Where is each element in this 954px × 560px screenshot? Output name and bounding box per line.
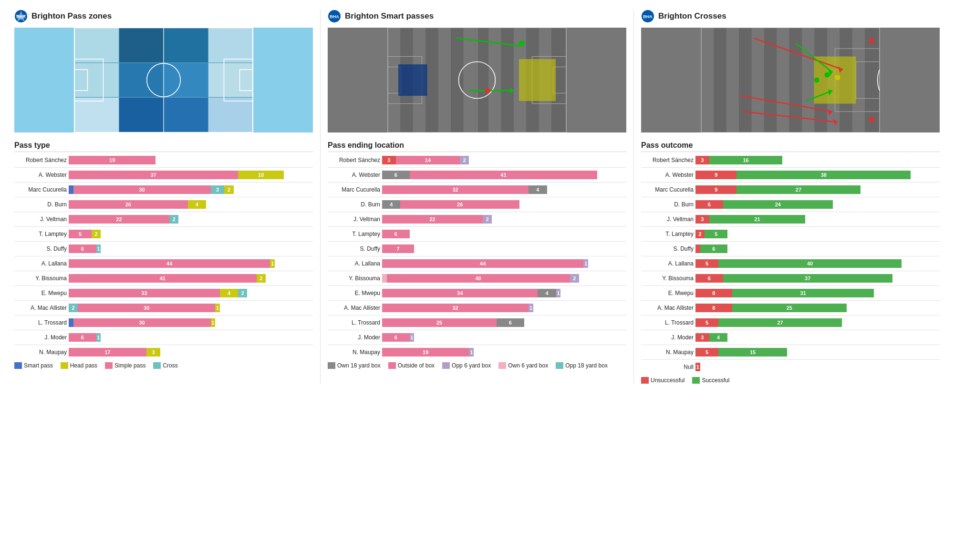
table-row: L. Trossard256 [328,317,626,328]
pass-ending-chart: Robert Sánchez3142A. Webster641Marc Cucu… [328,155,626,357]
bar-segment: 26 [400,200,519,209]
row-label: A. Webster [14,172,67,178]
row-label: A. Lallana [328,260,380,267]
seg-value: 1 [409,335,415,340]
own18-color [328,362,335,369]
seg-value: 4 [226,290,232,296]
bar-segment: 4 [382,200,400,209]
table-row: S. Duffy6 [641,244,940,254]
bar-area: 61 [69,333,313,342]
row-label: D. Burn [328,201,380,208]
bar-segment: 3 [146,348,160,356]
bar-area: 264 [69,200,313,209]
bar-area: 316 [695,156,940,164]
smart-passes-pitch [328,28,626,132]
own6-label: Own 6 yard box [508,362,548,369]
bar-segment: 41 [410,171,598,179]
bar-area: 412 [69,274,313,283]
bar-area: 515 [695,348,940,356]
table-row: A. Mac Allister2301 [14,303,313,313]
brighton-logo-3: BHA [641,10,654,23]
seg-value: 1 [210,320,216,326]
row-label: A. Lallana [14,260,67,267]
bar-segment: 1 [410,333,415,342]
seg-value: 31 [798,290,807,296]
seg-value: 6 [706,202,712,207]
bar-segment: 7 [382,244,414,253]
table-row: A. Lallana540 [641,258,940,269]
bar-segment: 5 [695,318,718,327]
seg-value: 37 [149,172,157,178]
pass-zones-panel: BHA Brighton Pass zones [14,10,313,384]
legend-smart-pass: Smart pass [14,362,53,369]
bar-segment: 44 [382,259,583,268]
bar-area: 441 [382,259,626,268]
seg-value: 25 [435,320,444,326]
successful-color [692,377,700,384]
seg-value: 5 [713,231,719,237]
row-label: Y. Bissouma [14,275,67,282]
seg-value: 19 [108,157,116,163]
bar-segment: 2 [570,274,579,283]
pass-outcome-legend: Unsuccessful Successful [641,377,940,384]
row-label: Marc Cucurella [14,186,67,193]
brighton-logo-1: BHA [14,10,28,23]
bar-area: 3710 [69,171,313,179]
row-label: S. Duffy [14,245,67,252]
bar-segment: 2 [169,215,178,224]
row-label: A. Webster [328,172,380,178]
row-label: T. Lamptey [641,231,694,237]
bar-segment: 4 [538,289,556,297]
bar-segment [69,185,73,194]
legend-unsuccessful: Unsuccessful [641,377,684,384]
bar-segment: 3 [382,156,396,164]
seg-value: 7 [395,246,401,252]
row-label: A. Lallana [641,260,694,267]
bar-segment: 25 [382,318,497,327]
legend-opp18: Opp 18 yard box [556,362,608,369]
svg-rect-65 [802,28,814,132]
bar-area: 191 [382,348,626,356]
seg-value: 26 [124,202,133,207]
seg-value: 2 [485,216,490,222]
bar-segment: 2 [460,156,469,164]
bar-segment: 5 [695,348,718,356]
seg-value: 4 [716,335,721,340]
bar-segment: 30 [73,185,211,194]
bar-segment: 31 [732,289,874,297]
seg-value: 6 [711,246,716,252]
seg-value: 4 [194,202,200,207]
bar-segment: 30 [78,304,215,312]
bar-segment: 6 [700,244,728,253]
table-row: A. Mac Allister321 [328,303,626,313]
seg-value: 2 [93,231,99,237]
seg-value: 9 [713,187,719,193]
row-label: D. Burn [14,201,67,208]
seg-value: 32 [451,305,459,311]
seg-value: 21 [753,216,761,222]
svg-rect-61 [752,28,764,132]
row-label: A. Mac Allister [328,305,380,311]
bar-segment: 25 [732,304,847,312]
table-row: Marc Cucurella927 [641,184,940,195]
seg-value: 22 [428,216,436,222]
bar-area: 3342 [69,289,313,297]
bar-segment [695,244,700,253]
seg-value: 2 [258,275,264,281]
bar-area: 527 [695,318,940,327]
row-label: J. Veltman [14,216,67,223]
bar-segment: 2 [224,185,233,194]
bar-segment: 10 [238,171,284,179]
bar-segment: 16 [709,156,783,164]
svg-rect-29 [438,28,451,132]
bar-area: 324 [382,185,626,194]
seg-value: 5 [704,349,710,355]
seg-value: 40 [474,275,482,281]
seg-value: 44 [165,261,174,266]
smart-passes-title: BHA Brighton Smart passes [328,10,626,23]
bar-segment: 4 [709,333,727,342]
svg-rect-70 [865,28,877,132]
seg-value: 24 [774,202,782,207]
bar-area: 3032 [69,185,313,194]
table-row: A. Webster3710 [14,170,313,180]
